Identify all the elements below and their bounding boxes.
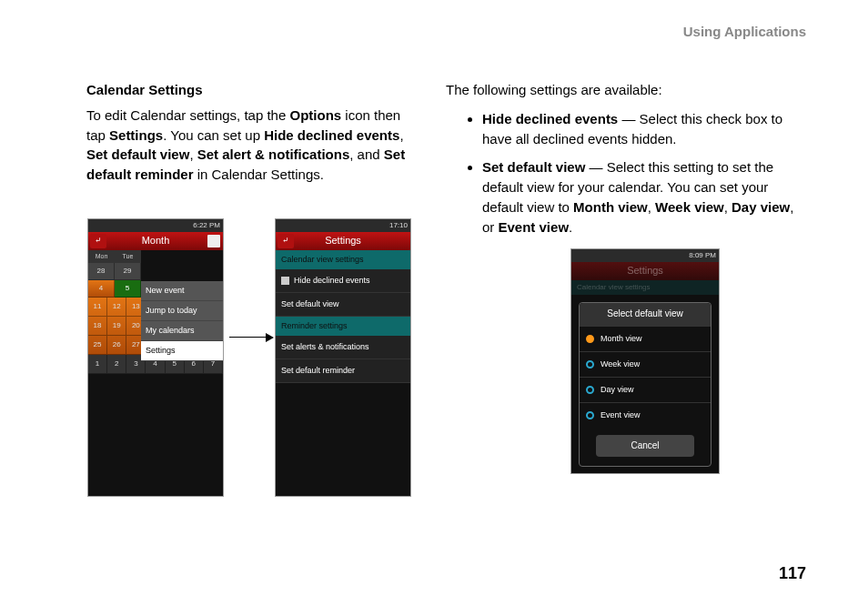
default-view-dialog: Select default view Month view Week view… [579,302,712,467]
row-set-default-reminder[interactable]: Set default reminder [276,359,410,383]
bullet-hide-declined: Hide declined events — Select this check… [482,109,802,149]
page-number: 117 [779,561,806,585]
title-text: Settings [325,234,361,248]
calendar-day-header: Mon Tue [88,250,141,263]
section-calendar-view: Calendar view settings [276,250,410,269]
phone-mock-default-view-dialog: 8:09 PM Settings Calendar view settings … [570,248,720,474]
menu-settings[interactable]: Settings [141,341,223,361]
dimmed-background: Settings Calendar view settings Select d… [571,262,719,473]
page-header: Using Applications [683,22,806,42]
checkbox-icon[interactable] [281,277,289,285]
list-icon[interactable] [207,235,220,247]
row-set-alerts[interactable]: Set alerts & notifications [276,336,410,359]
phone-mock-settings: 17:10 ⤶ Settings Calendar view settings … [275,218,411,497]
radio-icon[interactable] [586,360,594,369]
section-reminder: Reminder settings [276,317,410,336]
status-bar: 8:09 PM [571,249,719,262]
back-icon[interactable]: ⤶ [90,234,106,248]
option-day-view[interactable]: Day view [580,377,711,402]
row-hide-declined[interactable]: Hide declined events [276,269,410,293]
dialog-title: Select default view [580,303,711,326]
settings-list: Hide declined events — Select this check… [446,109,802,237]
option-event-view[interactable]: Event view [580,402,711,428]
heading-calendar-settings: Calendar Settings [86,80,423,100]
calendar-settings-paragraph: To edit Calendar settings, tap the Optio… [86,106,423,185]
empty-area [276,383,410,480]
menu-jump-today[interactable]: Jump to today [141,301,223,321]
title-text-faint: Settings [571,262,719,280]
title-bar: ⤶ Settings [276,232,410,250]
back-icon[interactable]: ⤶ [278,234,294,248]
arrow-line [229,337,269,338]
radio-icon[interactable] [586,335,594,343]
calendar-partial-grid: 28 29 4 5 [88,263,141,298]
settings-list: Calendar view settings Hide declined eve… [276,250,410,480]
menu-my-calendars[interactable]: My calendars [141,321,223,341]
title-bar: ⤶ Month [88,232,223,250]
title-text: Month [142,234,170,248]
cancel-button[interactable]: Cancel [596,435,694,458]
radio-icon[interactable] [586,386,594,394]
column-right: The following settings are available: Hi… [446,80,802,246]
bullet-set-default-view: Set default view — Select this setting t… [482,157,802,237]
column-left: Calendar Settings To edit Calendar setti… [86,80,423,194]
menu-new-event[interactable]: New event [141,281,223,301]
options-menu: New event Jump to today My calendars Set… [141,281,223,361]
phone-mock-calendar: 6:22 PM ⤶ Month Mon Tue 28 29 4 5 [87,218,224,497]
settings-intro: The following settings are available: [446,80,802,100]
status-bar: 6:22 PM [88,219,223,232]
status-time: 17:10 [389,221,408,229]
row-set-default-view[interactable]: Set default view [276,293,410,317]
option-month-view[interactable]: Month view [580,326,711,351]
radio-icon[interactable] [586,411,594,419]
option-week-view[interactable]: Week view [580,351,711,377]
status-bar: 17:10 [276,219,410,232]
status-time: 6:22 PM [193,221,220,229]
arrow-head-icon [266,333,274,342]
section-faint: Calendar view settings [571,280,719,295]
status-time: 8:09 PM [689,251,716,259]
